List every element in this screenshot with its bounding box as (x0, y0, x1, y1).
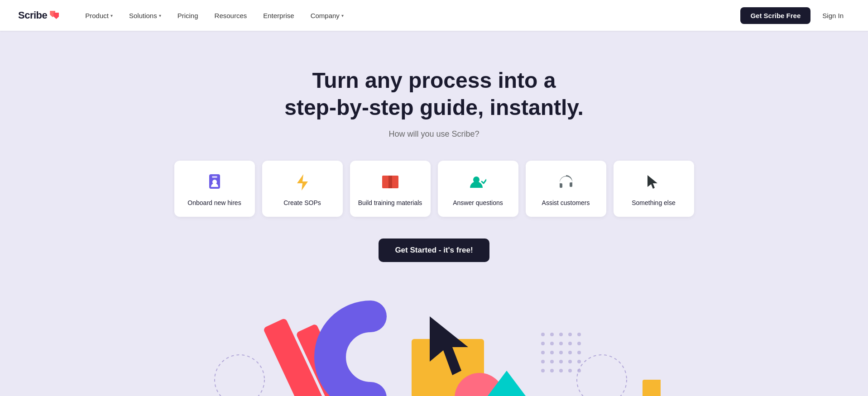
svg-point-22 (550, 342, 554, 345)
svg-point-25 (577, 342, 581, 345)
use-case-cards: Onboard new hires Create SOPs Build trai… (165, 161, 703, 217)
get-scribe-free-button[interactable]: Get Scribe Free (740, 7, 810, 24)
hero-title: Turn any process into a step-by-step gui… (284, 67, 584, 121)
nav-item-solutions[interactable]: Solutions ▾ (123, 8, 168, 23)
hero-section: Turn any process into a step-by-step gui… (0, 31, 868, 396)
svg-point-18 (559, 333, 563, 336)
card-label: Onboard new hires (187, 199, 241, 207)
svg-point-16 (541, 333, 545, 336)
svg-point-41 (577, 355, 627, 396)
svg-point-21 (541, 342, 545, 345)
svg-point-36 (541, 369, 545, 372)
card-label: Something else (632, 199, 676, 207)
svg-marker-8 (647, 175, 657, 189)
person-check-icon (469, 173, 487, 191)
nav-item-product[interactable]: Product ▾ (79, 8, 119, 23)
svg-point-24 (568, 342, 572, 345)
svg-point-38 (559, 369, 563, 372)
svg-point-27 (550, 351, 554, 354)
svg-point-19 (568, 333, 572, 336)
card-label: Build training materials (358, 199, 422, 207)
svg-rect-42 (643, 380, 661, 396)
lightning-icon (293, 173, 312, 191)
illustration-svg (208, 289, 661, 396)
svg-rect-6 (388, 176, 392, 188)
svg-point-23 (559, 342, 563, 345)
card-customers[interactable]: Assist customers (526, 161, 606, 217)
svg-point-33 (559, 360, 563, 363)
card-label: Answer questions (453, 199, 503, 207)
svg-point-30 (577, 351, 581, 354)
chevron-down-icon: ▾ (110, 13, 113, 18)
svg-point-28 (559, 351, 563, 354)
logo-icon (50, 11, 61, 20)
svg-point-39 (568, 369, 572, 372)
svg-point-35 (577, 360, 581, 363)
card-questions[interactable]: Answer questions (438, 161, 518, 217)
card-label: Assist customers (542, 199, 590, 207)
svg-marker-3 (297, 174, 308, 191)
get-started-button[interactable]: Get Started - it's free! (379, 239, 489, 262)
hero-illustration (0, 289, 868, 396)
chevron-down-icon: ▾ (341, 13, 344, 18)
nav-item-company[interactable]: Company ▾ (304, 8, 350, 23)
logo-link[interactable]: Scribe (18, 10, 61, 21)
nav-item-pricing[interactable]: Pricing (171, 8, 205, 23)
nav-item-enterprise[interactable]: Enterprise (257, 8, 300, 23)
book-icon (381, 173, 399, 191)
cursor-icon (645, 173, 663, 191)
svg-point-32 (550, 360, 554, 363)
svg-point-9 (215, 355, 264, 396)
headset-icon (557, 173, 575, 191)
card-onboard[interactable]: Onboard new hires (174, 161, 255, 217)
logo-text: Scribe (18, 10, 47, 21)
svg-rect-4 (382, 176, 389, 188)
sign-in-button[interactable]: Sign In (816, 7, 850, 24)
svg-point-34 (568, 360, 572, 363)
person-badge-icon (206, 173, 224, 191)
svg-point-17 (550, 333, 554, 336)
nav-item-resources[interactable]: Resources (208, 8, 254, 23)
navbar-nav: Product ▾ Solutions ▾ Pricing Resources … (79, 8, 740, 23)
hero-subtitle: How will you use Scribe? (388, 129, 479, 139)
svg-point-20 (577, 333, 581, 336)
navbar: Scribe Product ▾ Solutions ▾ Pricing Res… (0, 0, 868, 31)
card-label: Create SOPs (283, 199, 321, 207)
svg-point-26 (541, 351, 545, 354)
svg-point-29 (568, 351, 572, 354)
card-else[interactable]: Something else (614, 161, 694, 217)
chevron-down-icon: ▾ (159, 13, 161, 18)
navbar-actions: Get Scribe Free Sign In (740, 7, 850, 24)
svg-point-31 (541, 360, 545, 363)
svg-point-37 (550, 369, 554, 372)
svg-rect-5 (391, 176, 398, 188)
svg-rect-1 (212, 176, 217, 178)
card-sops[interactable]: Create SOPs (262, 161, 343, 217)
card-training[interactable]: Build training materials (350, 161, 431, 217)
